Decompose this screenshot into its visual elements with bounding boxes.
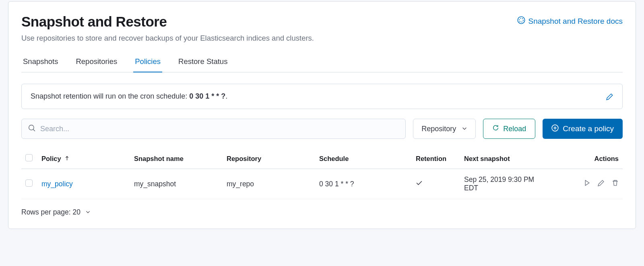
- help-icon: [517, 16, 525, 26]
- tab-snapshots[interactable]: Snapshots: [21, 57, 60, 72]
- select-all-checkbox[interactable]: [25, 154, 33, 161]
- reload-label: Reload: [503, 125, 526, 133]
- svg-point-0: [518, 16, 525, 24]
- header-schedule[interactable]: Schedule: [315, 148, 412, 169]
- callout-cron: 0 30 1 * * ?: [189, 92, 225, 100]
- svg-point-2: [29, 125, 34, 130]
- sort-asc-icon: [64, 155, 70, 163]
- reload-button[interactable]: Reload: [483, 119, 535, 139]
- callout-suffix: .: [225, 92, 227, 100]
- create-policy-label: Create a policy: [563, 124, 614, 133]
- callout-prefix: Snapshot retention will run on the cron …: [31, 92, 189, 100]
- svg-point-1: [519, 18, 523, 22]
- table-row: my_policy my_snapshot my_repo 0 30 1 * *…: [21, 169, 623, 199]
- tabs: Snapshots Repositories Policies Restore …: [21, 57, 623, 72]
- row-checkbox[interactable]: [25, 179, 33, 187]
- cell-schedule: 0 30 1 * * ?: [315, 169, 412, 199]
- repository-filter[interactable]: Repository: [413, 119, 476, 139]
- header-repository[interactable]: Repository: [223, 148, 315, 169]
- cell-repository: my_repo: [223, 169, 315, 199]
- delete-action[interactable]: [612, 179, 619, 186]
- tab-repositories[interactable]: Repositories: [74, 57, 119, 72]
- tab-restore-status[interactable]: Restore Status: [177, 57, 229, 72]
- callout-text: Snapshot retention will run on the cron …: [31, 92, 227, 101]
- chevron-down-icon: [462, 125, 467, 133]
- policy-link[interactable]: my_policy: [41, 180, 73, 188]
- search-field[interactable]: [21, 119, 406, 139]
- plus-circle-icon: [551, 124, 559, 134]
- page-title: Snapshot and Restore: [21, 14, 167, 30]
- repository-filter-label: Repository: [421, 125, 456, 133]
- svg-line-3: [33, 129, 35, 131]
- chevron-down-icon: [85, 208, 91, 217]
- pencil-icon: [606, 93, 613, 100]
- edit-retention-button[interactable]: [606, 93, 613, 100]
- search-icon: [28, 124, 35, 133]
- header-next-snapshot[interactable]: Next snapshot: [460, 148, 553, 169]
- run-action[interactable]: [584, 179, 590, 186]
- retention-callout: Snapshot retention will run on the cron …: [21, 84, 623, 109]
- refresh-icon: [492, 124, 499, 133]
- policies-table: Policy Snapshot name Repository Schedule…: [21, 148, 623, 199]
- tab-policies[interactable]: Policies: [133, 57, 162, 72]
- play-icon: [584, 179, 590, 186]
- header-retention[interactable]: Retention: [412, 148, 460, 169]
- check-icon: [416, 180, 423, 188]
- rows-per-page[interactable]: Rows per page: 20: [21, 208, 91, 217]
- cell-next-snapshot: Sep 25, 2019 9:30 PM EDT: [460, 169, 553, 199]
- docs-link-text: Snapshot and Restore docs: [528, 17, 623, 26]
- edit-action[interactable]: [598, 179, 605, 186]
- header-snapshot-name[interactable]: Snapshot name: [130, 148, 223, 169]
- header-policy[interactable]: Policy: [37, 148, 130, 169]
- rows-per-page-label: Rows per page: 20: [21, 208, 80, 217]
- header-actions: Actions: [553, 148, 623, 169]
- pencil-icon: [598, 179, 605, 186]
- page-subtitle: Use repositories to store and recover ba…: [21, 34, 623, 43]
- trash-icon: [612, 179, 619, 186]
- cell-retention: [412, 169, 460, 199]
- create-policy-button[interactable]: Create a policy: [543, 119, 623, 139]
- cell-snapshot-name: my_snapshot: [130, 169, 223, 199]
- search-input[interactable]: [40, 125, 399, 133]
- docs-link[interactable]: Snapshot and Restore docs: [517, 16, 623, 26]
- header-policy-label: Policy: [41, 155, 61, 162]
